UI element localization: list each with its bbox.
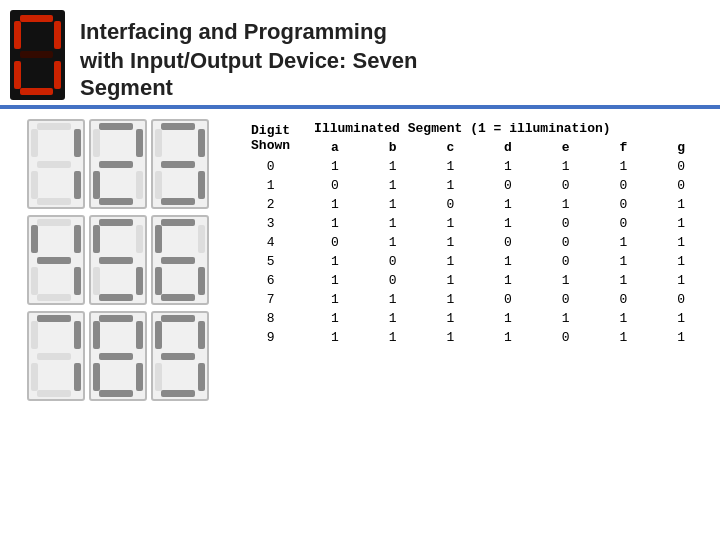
segment-table: DigitShown Illuminated Segment (1 = illu…	[235, 119, 710, 347]
table-row: 71110000	[235, 290, 710, 309]
seg-cell-g: 1	[652, 233, 710, 252]
seg-cell-g: 0	[652, 176, 710, 195]
seg-cell-a: 1	[306, 290, 364, 309]
seg-cell-c: 1	[421, 309, 479, 328]
table-header-row2: a b c d e f g	[235, 138, 710, 157]
seg-cell-e: 0	[537, 328, 595, 347]
digit-8	[89, 311, 147, 401]
digit-7	[27, 311, 85, 401]
svg-rect-1	[20, 15, 53, 22]
svg-rect-4	[20, 51, 53, 58]
digit-cell: 3	[235, 214, 306, 233]
table-row: 51011011	[235, 252, 710, 271]
seg-cell-c: 1	[421, 290, 479, 309]
seg-cell-c: 1	[421, 328, 479, 347]
digit-2	[89, 119, 147, 209]
seg-cell-e: 0	[537, 252, 595, 271]
seg-cell-f: 0	[594, 290, 652, 309]
seven-segment-icon	[10, 10, 65, 100]
seg-cell-f: 1	[594, 233, 652, 252]
illuminated-segment-header: Illuminated Segment (1 = illumination)	[306, 119, 710, 138]
seg-cell-b: 1	[364, 176, 422, 195]
col-d: d	[479, 138, 537, 157]
seg-cell-g: 1	[652, 271, 710, 290]
digit-cell: 2	[235, 195, 306, 214]
seg-cell-c: 1	[421, 233, 479, 252]
col-e: e	[537, 138, 595, 157]
seg-cell-a: 1	[306, 195, 364, 214]
table-row: 10110000	[235, 176, 710, 195]
seg-cell-c: 1	[421, 271, 479, 290]
seg-cell-f: 1	[594, 328, 652, 347]
seg-cell-a: 0	[306, 176, 364, 195]
seg-cell-e: 0	[537, 290, 595, 309]
seg-cell-b: 1	[364, 309, 422, 328]
table-body: 0111111010110000211011013111100140110011…	[235, 157, 710, 347]
seg-cell-c: 1	[421, 157, 479, 176]
seg-cell-g: 1	[652, 214, 710, 233]
seg-cell-d: 0	[479, 176, 537, 195]
seg-cell-f: 1	[594, 271, 652, 290]
col-a: a	[306, 138, 364, 157]
seg-cell-e: 0	[537, 233, 595, 252]
seg-cell-c: 1	[421, 176, 479, 195]
title-block: Interfacing and Programming with Input/O…	[80, 10, 417, 101]
seg-cell-g: 0	[652, 290, 710, 309]
seg-cell-d: 1	[479, 309, 537, 328]
seg-cell-d: 1	[479, 214, 537, 233]
seg-cell-c: 1	[421, 252, 479, 271]
digit-cell: 8	[235, 309, 306, 328]
digit-cell: 5	[235, 252, 306, 271]
title-line1: Interfacing and Programming	[80, 18, 417, 47]
digit-4	[27, 215, 85, 305]
svg-rect-5	[14, 61, 21, 89]
digit-cell: 9	[235, 328, 306, 347]
digit-cell: 0	[235, 157, 306, 176]
digits-row-1	[10, 119, 225, 209]
seg-cell-a: 1	[306, 271, 364, 290]
seg-cell-f: 1	[594, 252, 652, 271]
separator	[0, 105, 720, 109]
seg-cell-d: 1	[479, 271, 537, 290]
seg-cell-b: 0	[364, 271, 422, 290]
seg-cell-b: 1	[364, 214, 422, 233]
table-area: DigitShown Illuminated Segment (1 = illu…	[235, 117, 710, 401]
digit-9	[151, 311, 209, 401]
table-row: 40110011	[235, 233, 710, 252]
seg-cell-a: 1	[306, 309, 364, 328]
seg-cell-c: 0	[421, 195, 479, 214]
col-g: g	[652, 138, 710, 157]
digit-3	[151, 119, 209, 209]
seg-cell-a: 1	[306, 214, 364, 233]
col-c: c	[421, 138, 479, 157]
seg-cell-b: 0	[364, 252, 422, 271]
seg-cell-b: 1	[364, 157, 422, 176]
seg-cell-g: 1	[652, 252, 710, 271]
seg-cell-a: 1	[306, 157, 364, 176]
digit-cell: 7	[235, 290, 306, 309]
table-header-row1: DigitShown Illuminated Segment (1 = illu…	[235, 119, 710, 138]
seg-cell-e: 0	[537, 214, 595, 233]
seg-cell-b: 1	[364, 290, 422, 309]
digits-row-3	[10, 311, 225, 401]
title-line3: Segment	[80, 75, 417, 101]
seg-cell-f: 0	[594, 214, 652, 233]
svg-rect-7	[20, 88, 53, 95]
seg-cell-f: 1	[594, 309, 652, 328]
seg-cell-a: 0	[306, 233, 364, 252]
seg-cell-f: 1	[594, 157, 652, 176]
seg-cell-d: 1	[479, 195, 537, 214]
seg-cell-a: 1	[306, 328, 364, 347]
digit-shown-header: DigitShown	[235, 119, 306, 157]
seg-cell-e: 0	[537, 176, 595, 195]
seg-cell-e: 1	[537, 309, 595, 328]
svg-rect-2	[14, 21, 21, 49]
digit-5	[89, 215, 147, 305]
table-row: 31111001	[235, 214, 710, 233]
seg-cell-b: 1	[364, 233, 422, 252]
seg-cell-g: 1	[652, 309, 710, 328]
seg-cell-e: 1	[537, 195, 595, 214]
seg-cell-a: 1	[306, 252, 364, 271]
col-f: f	[594, 138, 652, 157]
title-line2: with Input/Output Device: Seven	[80, 47, 417, 76]
